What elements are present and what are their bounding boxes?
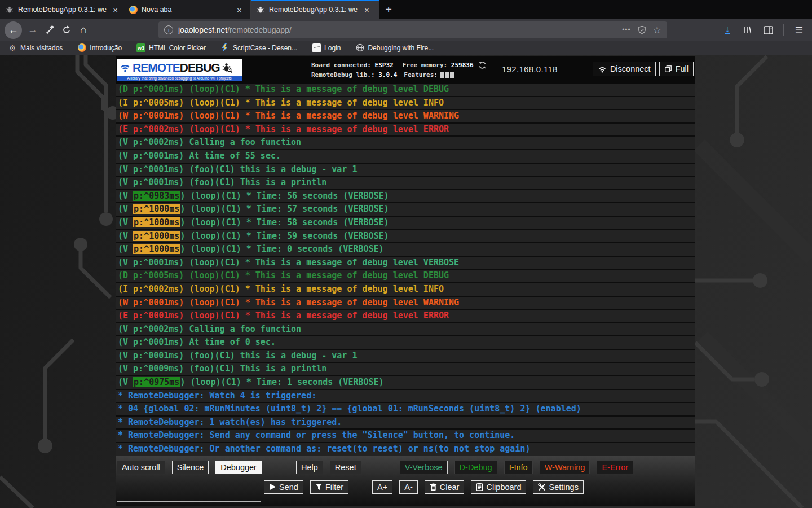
bug-favicon-icon: [5, 5, 14, 14]
shield-icon[interactable]: [638, 25, 646, 34]
play-icon: [269, 483, 276, 491]
silence-button[interactable]: Silence: [172, 461, 209, 474]
page-icon: [312, 43, 321, 52]
back-button[interactable]: ←: [5, 21, 22, 39]
bookmark-login[interactable]: Login: [312, 43, 341, 52]
forward-button[interactable]: →: [24, 22, 41, 38]
level-info-button[interactable]: I-Info: [504, 461, 533, 474]
level-warning-button[interactable]: W-Warning: [540, 461, 590, 474]
tab-remotedebugapp-1[interactable]: RemoteDebugApp 0.3.1: web ap ×: [0, 0, 123, 19]
clipboard-button[interactable]: Clipboard: [471, 480, 526, 494]
tab-title: RemoteDebugApp 0.3.1: web ap: [18, 6, 107, 14]
lib-value: 3.0.4: [378, 70, 397, 80]
log-row: (D p:^0001ms) (loop)(C1) * This is a mes…: [116, 84, 695, 96]
url-bar[interactable]: i joaolopesf.net/remotedebugapp/ ••• ☆: [158, 21, 667, 38]
log-row: (V p:^1000ms) (loop)(C1) * Time: 57 seco…: [116, 203, 695, 216]
board-label: Board connected:: [311, 60, 371, 70]
features-blocks: [440, 72, 454, 78]
sidebar-icon[interactable]: [760, 22, 776, 38]
full-screen-button[interactable]: Full: [659, 62, 694, 76]
log-row: (V p:^0001ms) (foo)(C1) this is a debug …: [116, 164, 695, 176]
home-button[interactable]: ⌂: [75, 22, 92, 38]
wrench-icon[interactable]: [41, 22, 58, 38]
lightning-icon: [220, 43, 230, 52]
lib-label: RemoteDebug lib.:: [311, 70, 375, 80]
help-button[interactable]: Help: [296, 461, 323, 474]
command-input[interactable]: [117, 491, 261, 502]
url-path: /remotedebugapp/: [227, 25, 292, 34]
close-icon[interactable]: ×: [113, 5, 118, 15]
send-button[interactable]: Send: [264, 480, 303, 494]
tab-nova-aba[interactable]: Nova aba ×: [123, 0, 250, 19]
wifi-icon: [598, 65, 607, 73]
log-row: (V p:^1000ms) (loop)(C1) * Time: 59 seco…: [116, 230, 695, 243]
log-row: (W p:^0001ms) (loop)(C1) * This is a mes…: [116, 110, 695, 122]
firefox-icon: [77, 43, 86, 52]
log-row: * RemoteDebugger: Or another command as:…: [116, 443, 695, 456]
log-row: (V p:^0975ms) (loop)(C1) * Time: 1 secon…: [116, 376, 695, 389]
filter-button[interactable]: Filter: [310, 480, 348, 494]
log-row: (I p:^0002ms) (loop)(C1) * This is a mes…: [116, 283, 695, 296]
forward-arrow-icon: →: [28, 24, 38, 36]
close-icon[interactable]: ×: [364, 5, 369, 15]
log-row: (E p:^0001ms) (loop)(C1) * This is a mes…: [116, 310, 695, 322]
profiler-time-highlight: p:^1000ms: [133, 204, 180, 214]
home-icon: ⌂: [80, 24, 86, 36]
bookmark-star-icon[interactable]: ☆: [653, 24, 661, 36]
bookmark-html-color-picker[interactable]: w3 HTML Color Picker: [136, 43, 206, 52]
clear-button[interactable]: Clear: [425, 480, 465, 494]
back-arrow-icon: ←: [8, 24, 19, 36]
toolbar-right: ↓ ☰: [719, 22, 807, 38]
globe-icon: [355, 43, 364, 52]
debugger-button[interactable]: Debugger: [215, 461, 262, 474]
log-row: (V p:^0001ms) (foo)(C1) This is a printl…: [116, 177, 695, 189]
app-header: REMOTEDEBUG A library that bring advance…: [116, 56, 695, 84]
font-increase-button[interactable]: A+: [372, 480, 392, 494]
wifi-icon: [120, 63, 131, 72]
logo-tagline: A library that bring advanced debugging …: [117, 76, 242, 81]
level-error-button[interactable]: E-Error: [597, 461, 633, 474]
log-row: (V p:^0001ms) (loop)(C1) * This is a mes…: [116, 257, 695, 269]
gear-icon: ⚙: [8, 43, 17, 52]
settings-button[interactable]: Settings: [533, 480, 583, 494]
log-row: (E p:^0002ms) (loop)(C1) * This is a mes…: [116, 124, 695, 136]
library-icon[interactable]: [739, 22, 756, 38]
log-row: * RemoteDebugger: Watch 4 is triggered:: [116, 390, 695, 402]
level-verbose-button[interactable]: V-Verbose: [400, 461, 448, 474]
refresh-icon[interactable]: [478, 61, 487, 69]
bookmark-debugging-firefox[interactable]: Debugging with Fire...: [355, 43, 434, 52]
bookmark-mais-visitados[interactable]: ⚙ Mais visitados: [8, 43, 63, 52]
log-row: (D p:^0005ms) (loop)(C1) * This is a mes…: [116, 270, 695, 282]
downloads-icon[interactable]: ↓: [719, 22, 736, 38]
disconnect-button[interactable]: Disconnect: [593, 62, 656, 76]
memory-label: Free memory:: [403, 60, 447, 70]
site-info-icon[interactable]: i: [164, 25, 173, 34]
level-debug-button[interactable]: D-Debug: [454, 461, 497, 474]
reset-button[interactable]: Reset: [330, 461, 361, 474]
profiler-time-highlight: p:^0983ms: [133, 191, 180, 201]
trash-icon: [430, 483, 437, 491]
tab-remotedebugapp-2[interactable]: RemoteDebugApp 0.3.1: web ap ×: [250, 0, 379, 19]
menu-icon[interactable]: ☰: [791, 22, 807, 38]
browser-window: RemoteDebugApp 0.3.1: web ap × Nova aba …: [0, 0, 812, 508]
page-actions-icon[interactable]: •••: [622, 26, 631, 34]
log-row: (V p:^0001ms) At time of 55 sec.: [116, 150, 695, 163]
log-row: (V p:^1000ms) (loop)(C1) * Time: 58 seco…: [116, 217, 695, 229]
font-decrease-button[interactable]: A-: [399, 480, 418, 494]
reload-icon[interactable]: [58, 22, 75, 38]
close-icon[interactable]: ×: [237, 5, 242, 15]
bookmark-scriptcase[interactable]: ScriptCase - Desen...: [220, 43, 297, 52]
profiler-time-highlight: p:^1000ms: [133, 231, 180, 241]
remotedebug-app: REMOTEDEBUG A library that bring advance…: [116, 56, 695, 506]
auto-scroll-button[interactable]: Auto scroll: [117, 461, 165, 474]
profiler-time-highlight: p:^1000ms: [133, 244, 180, 254]
bug-magnifier-icon: [222, 62, 233, 73]
bookmark-introducao[interactable]: Introdução: [77, 43, 122, 52]
tab-title: Nova aba: [142, 6, 231, 14]
log-row: (V p:^0001ms) At time of 0 sec.: [116, 336, 695, 349]
device-ip: 192.168.0.118: [502, 64, 558, 74]
log-row: * RemoteDebugger: 1 watch(es) has trigge…: [116, 417, 695, 429]
log-row: (V p:^0002ms) Calling a foo function: [116, 137, 695, 149]
debug-log: (D p:^0001ms) (loop)(C1) * This is a mes…: [116, 84, 695, 456]
new-tab-button[interactable]: +: [379, 0, 398, 19]
